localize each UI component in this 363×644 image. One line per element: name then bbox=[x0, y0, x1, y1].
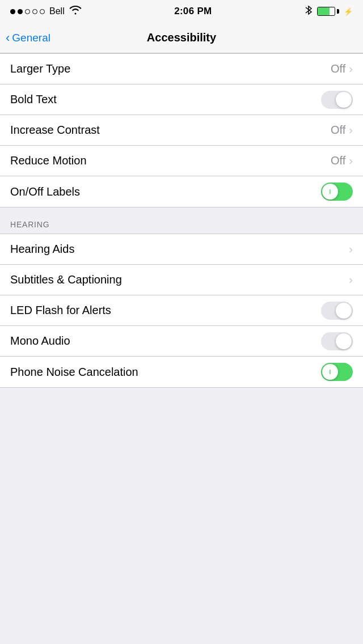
larger-type-value: Off bbox=[331, 62, 345, 75]
bold-text-row[interactable]: Bold Text bbox=[0, 84, 363, 115]
hearing-settings-group: Hearing Aids › Subtitles & Captioning › … bbox=[0, 234, 363, 388]
onoff-labels-toggle[interactable]: I bbox=[321, 183, 353, 201]
hearing-aids-label: Hearing Aids bbox=[10, 243, 74, 256]
led-flash-row[interactable]: LED Flash for Alerts bbox=[0, 295, 363, 326]
status-time: 2:06 PM bbox=[174, 6, 212, 17]
larger-type-chevron-icon: › bbox=[349, 62, 353, 75]
phone-noise-toggle-knob: I bbox=[322, 364, 338, 380]
increase-contrast-value: Off bbox=[331, 124, 345, 137]
back-chevron-icon: ‹ bbox=[6, 32, 10, 44]
increase-contrast-row[interactable]: Increase Contrast Off › bbox=[0, 115, 363, 146]
larger-type-label: Larger Type bbox=[10, 62, 70, 75]
bold-text-label: Bold Text bbox=[10, 93, 57, 106]
back-label: General bbox=[12, 32, 50, 44]
phone-noise-label: Phone Noise Cancelation bbox=[10, 366, 138, 379]
reduce-motion-row[interactable]: Reduce Motion Off › bbox=[0, 146, 363, 176]
signal-dot-2 bbox=[18, 9, 23, 14]
charging-bolt-icon: ⚡ bbox=[344, 7, 353, 16]
signal-dots bbox=[10, 9, 45, 14]
status-bar: Bell 2:06 PM ⚡ bbox=[0, 0, 363, 23]
signal-dot-3 bbox=[25, 9, 30, 14]
wifi-icon bbox=[69, 6, 82, 17]
nav-bar: ‹ General Accessibility bbox=[0, 23, 363, 53]
reduce-motion-right: Off › bbox=[331, 154, 353, 167]
carrier-label: Bell bbox=[49, 6, 65, 16]
subtitles-captioning-right: › bbox=[349, 273, 353, 286]
battery-body bbox=[317, 7, 335, 16]
mono-audio-toggle-knob bbox=[336, 333, 352, 349]
subtitles-captioning-label: Subtitles & Captioning bbox=[10, 273, 122, 286]
onoff-labels-toggle-knob: I bbox=[322, 184, 338, 200]
led-flash-toggle[interactable] bbox=[321, 302, 353, 320]
bold-text-toggle-knob bbox=[336, 92, 352, 108]
mono-audio-label: Mono Audio bbox=[10, 334, 70, 348]
status-right: ⚡ bbox=[305, 5, 353, 18]
signal-dot-5 bbox=[40, 9, 45, 14]
increase-contrast-label: Increase Contrast bbox=[10, 124, 100, 137]
subtitles-captioning-row[interactable]: Subtitles & Captioning › bbox=[0, 265, 363, 295]
back-button[interactable]: ‹ General bbox=[6, 32, 50, 44]
hearing-header-label: HEARING bbox=[10, 220, 49, 229]
onoff-labels-label: On/Off Labels bbox=[10, 185, 80, 198]
signal-dot-4 bbox=[32, 9, 37, 14]
hearing-aids-row[interactable]: Hearing Aids › bbox=[0, 234, 363, 265]
battery-fill bbox=[318, 7, 330, 15]
battery-tip bbox=[337, 9, 339, 14]
hearing-aids-right: › bbox=[349, 243, 353, 256]
bluetooth-icon bbox=[305, 5, 313, 18]
larger-type-right: Off › bbox=[331, 62, 353, 75]
subtitles-captioning-chevron-icon: › bbox=[349, 273, 353, 286]
increase-contrast-right: Off › bbox=[331, 124, 353, 137]
increase-contrast-chevron-icon: › bbox=[349, 124, 353, 137]
battery-indicator bbox=[317, 7, 339, 16]
phone-noise-row[interactable]: Phone Noise Cancelation I bbox=[0, 357, 363, 387]
reduce-motion-value: Off bbox=[331, 154, 345, 167]
page-title: Accessibility bbox=[147, 31, 216, 44]
onoff-labels-row[interactable]: On/Off Labels I bbox=[0, 176, 363, 207]
vision-settings-group: Larger Type Off › Bold Text Increase Con… bbox=[0, 53, 363, 207]
mono-audio-toggle[interactable] bbox=[321, 332, 353, 350]
led-flash-toggle-knob bbox=[336, 303, 352, 319]
led-flash-label: LED Flash for Alerts bbox=[10, 304, 111, 317]
status-left: Bell bbox=[10, 6, 82, 17]
phone-noise-toggle[interactable]: I bbox=[321, 363, 353, 381]
bold-text-toggle[interactable] bbox=[321, 91, 353, 109]
reduce-motion-label: Reduce Motion bbox=[10, 154, 87, 167]
hearing-section-header: HEARING bbox=[0, 207, 363, 234]
hearing-aids-chevron-icon: › bbox=[349, 243, 353, 256]
mono-audio-row[interactable]: Mono Audio bbox=[0, 326, 363, 357]
larger-type-row[interactable]: Larger Type Off › bbox=[0, 54, 363, 84]
reduce-motion-chevron-icon: › bbox=[349, 154, 353, 167]
signal-dot-1 bbox=[10, 9, 15, 14]
